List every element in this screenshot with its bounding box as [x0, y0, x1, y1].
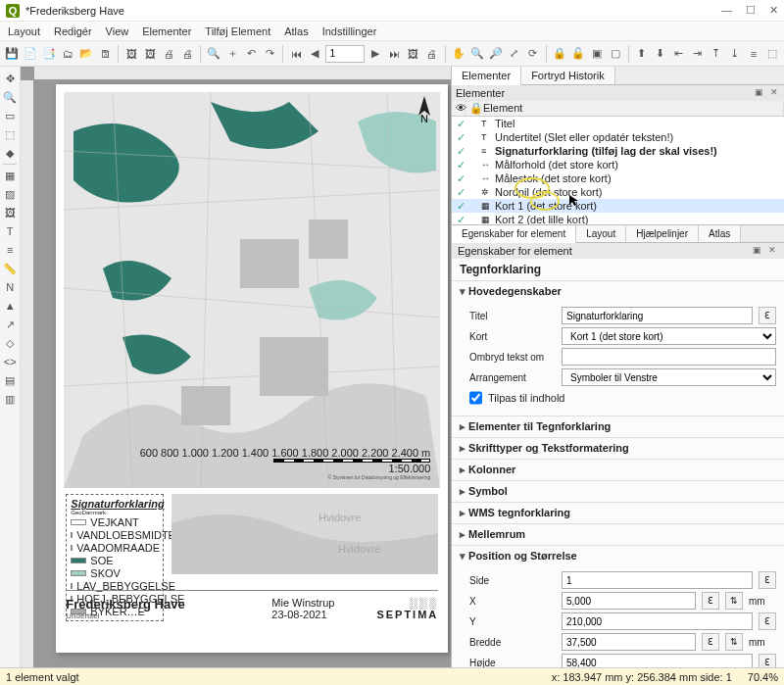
- minimize-icon[interactable]: —: [721, 4, 732, 17]
- last-page-icon[interactable]: ⏭: [386, 45, 402, 63]
- panel-controls-icon[interactable]: ▣ ✕: [755, 87, 780, 99]
- add-image-icon[interactable]: 🖼: [2, 205, 18, 220]
- elements-list[interactable]: 👁 🔒 Element ✓TTitel✓TUndertitel (Slet el…: [452, 101, 784, 224]
- export-pdf-icon[interactable]: 🖨: [161, 45, 176, 63]
- scale-bar[interactable]: 600 800 1.000 1.200 1.400 1.600 1.800 2.…: [140, 447, 431, 480]
- add-3dmap-icon[interactable]: ▨: [2, 186, 18, 202]
- redo-icon[interactable]: ↷: [262, 45, 277, 63]
- menu-edit[interactable]: Redigér: [54, 25, 92, 37]
- lock-wh-icon[interactable]: ⇅: [725, 633, 743, 651]
- page-number-field[interactable]: [325, 45, 365, 63]
- select-kort[interactable]: Kort 1 (det store kort): [562, 327, 776, 345]
- lock-icon[interactable]: 🔒: [552, 45, 567, 63]
- tab-undo-history[interactable]: Fortryd Historik: [521, 67, 615, 84]
- align-left-icon[interactable]: ⇤: [671, 45, 687, 63]
- input-y[interactable]: [562, 612, 753, 630]
- distribute-icon[interactable]: ≡: [746, 45, 761, 63]
- select-arrangement[interactable]: Symboler til Venstre: [562, 368, 776, 386]
- menu-view[interactable]: View: [106, 25, 129, 37]
- visible-checkbox[interactable]: ✓: [454, 159, 467, 171]
- lower-icon[interactable]: ⬇: [653, 45, 668, 63]
- add-label-icon[interactable]: T: [2, 223, 18, 239]
- section-position-header[interactable]: Position og Størrelse: [452, 546, 784, 566]
- menu-settings[interactable]: Indstillinger: [322, 25, 377, 37]
- layout-title[interactable]: Frederiksberg Have: [66, 597, 271, 612]
- layout-subtitle[interactable]: Undertitel: [66, 612, 271, 620]
- visible-checkbox[interactable]: ✓: [454, 172, 467, 185]
- align-bottom-icon[interactable]: ⤓: [727, 45, 743, 63]
- ungroup-icon[interactable]: ▢: [608, 45, 623, 63]
- add-fixed-table-icon[interactable]: ▥: [2, 391, 18, 407]
- map-frame-large[interactable]: N 600 800 1.000 1.200 1.400 1.600 1.800 …: [64, 92, 440, 488]
- col-lock-icon[interactable]: 🔒: [466, 101, 479, 116]
- add-northarrow-icon[interactable]: N: [2, 279, 18, 295]
- input-height[interactable]: [562, 654, 753, 667]
- col-element[interactable]: Element: [479, 101, 784, 116]
- lock-xy-icon[interactable]: ⇅: [725, 592, 743, 610]
- menu-add-element[interactable]: Tilføj Element: [205, 25, 270, 37]
- input-wrap[interactable]: [562, 348, 776, 366]
- visible-checkbox[interactable]: ✓: [454, 118, 467, 130]
- status-zoom[interactable]: 70.4%: [748, 671, 778, 683]
- select-tool-icon[interactable]: ▭: [2, 108, 18, 123]
- pan-tool-icon[interactable]: ✥: [2, 71, 18, 86]
- tab-guides[interactable]: Hjælpelinjer: [626, 225, 699, 242]
- element-row[interactable]: ✓↔Målestok (det store kort): [452, 171, 784, 185]
- layout-manager-icon[interactable]: 🗂: [60, 45, 75, 63]
- add-arrow-icon[interactable]: ↗: [2, 317, 18, 332]
- align-right-icon[interactable]: ⇥: [690, 45, 706, 63]
- panel-controls-icon-2[interactable]: ▣ ✕: [753, 245, 778, 257]
- add-node-icon[interactable]: ◇: [2, 335, 18, 351]
- align-top-icon[interactable]: ⤒: [709, 45, 724, 63]
- save-icon[interactable]: 💾: [4, 45, 20, 63]
- atlas-export-icon[interactable]: 🖼: [406, 45, 421, 63]
- zoom-tool2-icon[interactable]: 🔍: [2, 89, 18, 105]
- x-override-button[interactable]: ℇ: [702, 592, 719, 610]
- element-row[interactable]: ✓▦Kort 2 (det lille kort): [452, 213, 784, 224]
- element-row[interactable]: ✓≡Signaturforklaring (tilføj lag der ska…: [452, 144, 784, 158]
- side-override-button[interactable]: ℇ: [759, 571, 776, 589]
- add-table-icon[interactable]: ▤: [2, 372, 18, 388]
- tab-layout-props[interactable]: Layout: [576, 225, 626, 242]
- input-width[interactable]: [562, 633, 696, 651]
- author-label[interactable]: Mie Winstrup: [271, 597, 350, 609]
- tab-atlas[interactable]: Atlas: [699, 225, 741, 242]
- element-row[interactable]: ✓↔Målforhold (det store kort): [452, 158, 784, 171]
- new-layout-icon[interactable]: 📄: [23, 45, 38, 63]
- print-icon[interactable]: 🖨: [179, 45, 195, 63]
- visible-checkbox[interactable]: ✓: [454, 145, 467, 158]
- add-legend-icon[interactable]: ≡: [2, 242, 18, 258]
- visible-checkbox[interactable]: ✓: [454, 131, 467, 144]
- add-shape-icon[interactable]: ▲: [2, 298, 18, 314]
- element-row[interactable]: ✓TUndertitel (Slet eller opdatér teksten…: [452, 130, 784, 144]
- north-arrow-icon[interactable]: N: [415, 96, 434, 123]
- edit-nodes-icon[interactable]: ◆: [2, 145, 18, 161]
- zoom-in-icon[interactable]: ＋: [224, 45, 240, 63]
- prev-page-icon[interactable]: ◀: [307, 45, 322, 63]
- visible-checkbox[interactable]: ✓: [454, 200, 467, 213]
- group-icon[interactable]: ▣: [589, 45, 605, 63]
- next-page-icon[interactable]: ▶: [368, 45, 383, 63]
- zoom-full-icon[interactable]: 🔍: [206, 45, 221, 63]
- checkbox-fit[interactable]: [469, 389, 482, 407]
- menu-atlas[interactable]: Atlas: [284, 25, 308, 37]
- input-x[interactable]: [562, 592, 696, 610]
- input-side[interactable]: [562, 571, 753, 589]
- element-row[interactable]: ✓▦Kort 1 (det store kort): [452, 199, 784, 213]
- visible-checkbox[interactable]: ✓: [454, 214, 467, 225]
- undo-icon[interactable]: ↶: [243, 45, 259, 63]
- dup-layout-icon[interactable]: 📑: [41, 45, 57, 63]
- unlock-icon[interactable]: 🔓: [570, 45, 586, 63]
- w-override-button[interactable]: ℇ: [702, 633, 719, 651]
- h-override-button[interactable]: ℇ: [759, 654, 776, 667]
- y-override-button[interactable]: ℇ: [759, 612, 776, 630]
- zoom-extent-icon[interactable]: ⤢: [507, 45, 522, 63]
- first-page-icon[interactable]: ⏮: [288, 45, 304, 63]
- open-icon[interactable]: 📂: [78, 45, 94, 63]
- menu-layout[interactable]: Layout: [8, 25, 40, 37]
- input-titel[interactable]: [562, 307, 753, 324]
- pan-icon[interactable]: ✋: [451, 45, 466, 63]
- layout-canvas[interactable]: N 600 800 1.000 1.200 1.400 1.600 1.800 …: [21, 67, 451, 667]
- move-content-icon[interactable]: ⬚: [2, 126, 18, 142]
- export-svg-icon[interactable]: 🖼: [142, 45, 158, 63]
